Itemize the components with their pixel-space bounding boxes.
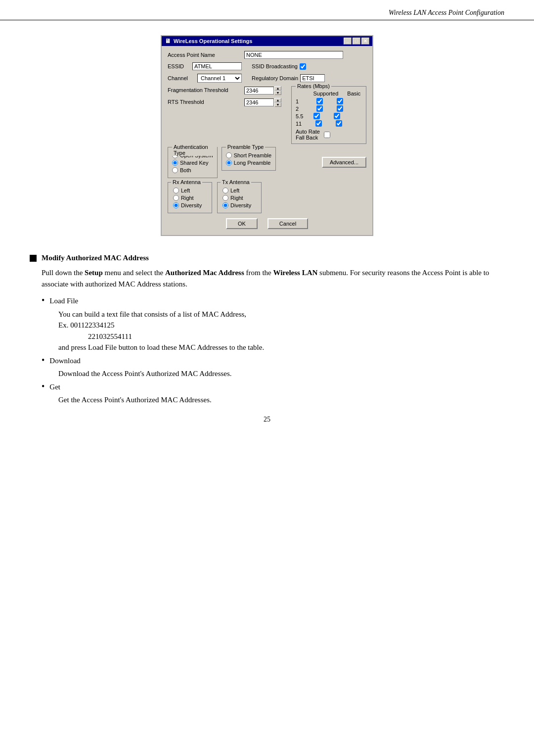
preamble-long-radio[interactable] (226, 160, 232, 166)
dialog-titlebar: 🖥 WireLess Operational Settings _ □ ✕ (162, 36, 372, 46)
tx-antenna-box: Tx Antenna Left Right (217, 182, 262, 213)
tx-left-row: Left (222, 188, 256, 193)
rate-11-supported[interactable] (315, 120, 322, 127)
rx-antenna-legend: Rx Antenna (171, 179, 202, 185)
auth-both-radio[interactable] (172, 167, 178, 173)
close-button[interactable]: ✕ (361, 38, 369, 45)
rx-right-radio[interactable] (173, 195, 179, 201)
bullet-dot-3: • (42, 381, 44, 392)
auth-both-label: Both (180, 167, 191, 173)
regulatory-domain-label: Regulatory Domain (252, 74, 325, 82)
rate-55-mbps: 5.5 (296, 113, 308, 119)
rate-2-mbps: 2 (296, 106, 308, 112)
access-point-name-input[interactable] (244, 51, 343, 59)
rts-spin-up[interactable]: ▲ (274, 98, 281, 102)
section-heading: Modify Authorized MAC Address (30, 254, 504, 262)
titlebar-left: 🖥 WireLess Operational Settings (165, 38, 252, 45)
ssid-broadcasting-text: SSID Broadcasting (252, 63, 298, 69)
preamble-long-label: Long Preamble (234, 160, 271, 166)
rate-row-55: 5.5 (296, 113, 362, 119)
load-file-body: You can build a text file that consists … (58, 309, 504, 353)
rts-label: RTS Threshold (168, 98, 244, 105)
ok-button[interactable]: OK (226, 218, 258, 229)
wireless-settings-dialog: 🖥 WireLess Operational Settings _ □ ✕ Ac… (161, 35, 373, 236)
fragmentation-spin-down[interactable]: ▼ (274, 91, 281, 95)
rates-legend: Rates (Mbps) (296, 83, 331, 89)
regulatory-domain-input[interactable] (300, 74, 325, 82)
tx-right-row: Right (222, 195, 256, 201)
ssid-broadcasting-checkbox[interactable] (300, 63, 306, 70)
essid-input[interactable] (192, 62, 242, 70)
cancel-button[interactable]: Cancel (267, 218, 308, 229)
bullet-item-load-file: • Load File (42, 295, 504, 307)
rate-55-basic[interactable] (334, 113, 340, 119)
channel-label: Channel (168, 75, 197, 81)
rx-left-row: Left (173, 188, 207, 193)
rate-55-supported[interactable] (313, 113, 320, 119)
rts-row: RTS Threshold ▲ ▼ (168, 98, 281, 107)
dialog-body: Access Point Name ESSID SSID Broadcastin… (162, 46, 372, 235)
bullet-item-download: • Download (42, 355, 504, 367)
bullet-dot-1: • (42, 295, 44, 306)
rate-2-supported[interactable] (316, 105, 323, 112)
auth-shared-row: Shared Key (172, 160, 213, 166)
rx-diversity-radio[interactable] (173, 202, 179, 208)
bullet-item-2-content: Download (49, 355, 81, 367)
restore-button[interactable]: □ (353, 38, 360, 45)
access-point-name-label: Access Point Name (168, 52, 244, 58)
bullet-dot-2: • (42, 355, 44, 366)
fragmentation-spinbox: ▲ ▼ (244, 86, 281, 95)
auto-rate-label: Auto RateFall Back (296, 129, 320, 141)
basic-label: Basic (346, 91, 362, 96)
rate-row-1: 1 (296, 98, 362, 104)
get-title: Get (49, 383, 60, 391)
antenna-section: Rx Antenna Left Right (168, 182, 366, 213)
get-body: Get the Access Point's Authorized MAC Ad… (58, 394, 504, 406)
preamble-type-box: Preamble Type Short Preamble Long Preamb… (222, 147, 276, 171)
advanced-button[interactable]: Advanced... (322, 157, 366, 168)
download-body: Download the Access Point's Authorized M… (58, 368, 504, 379)
channel-select[interactable]: Channel 1 (197, 74, 242, 83)
rate-1-supported[interactable] (316, 98, 323, 104)
rates-header: Supported Basic (296, 91, 362, 96)
fragmentation-input[interactable] (244, 87, 274, 94)
fragmentation-label: Fragmentation Threshold (168, 86, 244, 93)
rate-row-2: 2 (296, 105, 362, 112)
rx-diversity-label: Diversity (181, 202, 202, 208)
rate-1-mbps: 1 (296, 98, 308, 104)
load-file-title: Load File (49, 297, 78, 305)
rate-row-11: 11 (296, 120, 362, 127)
rts-input[interactable] (244, 98, 274, 106)
titlebar-buttons: _ □ ✕ (344, 38, 369, 45)
rx-diversity-row: Diversity (173, 202, 207, 208)
auto-rate-checkbox[interactable] (324, 132, 330, 138)
minimize-button[interactable]: _ (344, 38, 352, 45)
rx-antenna-box: Rx Antenna Left Right (168, 182, 212, 213)
rx-left-radio[interactable] (173, 188, 179, 193)
rts-spin-buttons: ▲ ▼ (274, 98, 281, 107)
ssid-broadcasting-label: SSID Broadcasting (252, 63, 306, 70)
tx-left-radio[interactable] (222, 188, 228, 193)
tx-diversity-row: Diversity (222, 202, 256, 208)
rts-spin-down[interactable]: ▼ (274, 102, 281, 107)
regulatory-domain-text: Regulatory Domain (252, 75, 298, 81)
bullet-item-get: • Get (42, 381, 504, 393)
page-header-title: Wireless LAN Access Point Configuration (389, 9, 504, 17)
tx-left-label: Left (230, 188, 239, 193)
rate-11-mbps: 11 (296, 121, 308, 127)
auth-type-box: Authentication Type Open System Shared K… (168, 147, 218, 178)
preamble-legend: Preamble Type (226, 144, 266, 150)
essid-label: ESSID (168, 63, 192, 69)
fragmentation-spin-up[interactable]: ▲ (274, 86, 281, 91)
tx-right-radio[interactable] (222, 195, 228, 201)
auth-shared-radio[interactable] (172, 160, 178, 166)
download-title: Download (49, 357, 81, 365)
tx-diversity-radio[interactable] (222, 202, 228, 208)
rate-11-basic[interactable] (336, 120, 342, 127)
preamble-short-radio[interactable] (226, 152, 232, 158)
button-row: OK Cancel (168, 218, 366, 229)
rate-1-basic[interactable] (337, 98, 343, 104)
section-title: Modify Authorized MAC Address (42, 254, 149, 262)
access-point-name-row: Access Point Name (168, 51, 366, 59)
rate-2-basic[interactable] (337, 105, 343, 112)
